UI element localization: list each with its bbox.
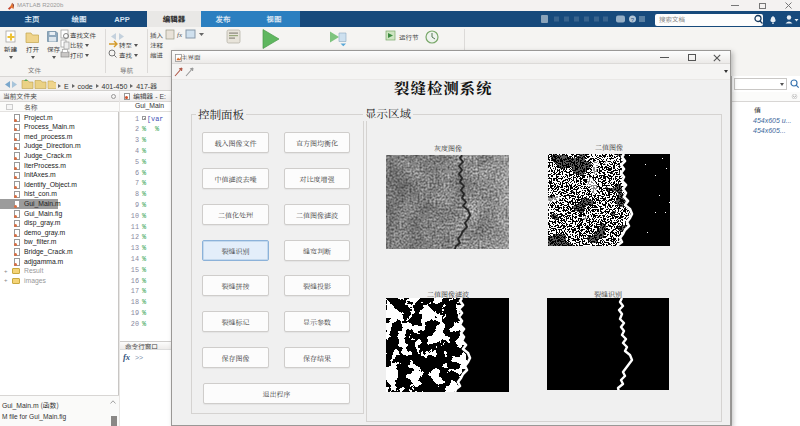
svg-text:fx: fx [177, 31, 183, 39]
